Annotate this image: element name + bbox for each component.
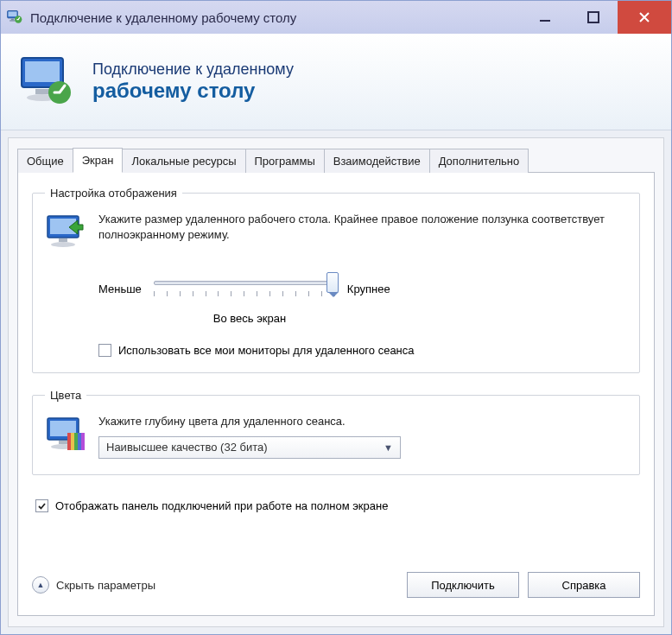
chevron-up-icon: ▲ — [32, 576, 49, 594]
multimonitors-checkbox[interactable] — [98, 344, 111, 357]
display-icon — [45, 212, 86, 253]
tab-general[interactable]: Общие — [17, 149, 73, 173]
multimonitors-label: Использовать все мои мониторы для удален… — [118, 344, 415, 357]
titlebar: Подключение к удаленному рабочему столу — [1, 1, 671, 34]
hide-options-label: Скрыть параметры — [56, 579, 155, 592]
minimize-button[interactable] — [521, 1, 569, 34]
slider-max-label: Крупнее — [347, 283, 390, 295]
window-title: Подключение к удаленному рабочему столу — [30, 10, 521, 25]
svg-rect-2 — [11, 19, 14, 21]
banner-subtitle: Подключение к удаленному — [92, 60, 294, 79]
client-area: Общие Экран Локальные ресурсы Программы … — [8, 137, 664, 627]
connect-button[interactable]: Подключить — [407, 572, 519, 598]
banner-text: Подключение к удаленному рабочему столу — [92, 60, 294, 103]
slider-value-label: Во весь экран — [159, 312, 340, 325]
connection-bar-checkbox[interactable] — [35, 499, 48, 512]
close-button[interactable] — [618, 1, 671, 34]
window-controls — [521, 1, 671, 34]
svg-rect-1 — [9, 11, 17, 16]
slider-min-label: Меньше — [98, 283, 142, 295]
tab-advanced[interactable]: Дополнительно — [429, 149, 529, 173]
colors-description: Укажите глубину цвета для удаленного сеа… — [98, 414, 627, 429]
tab-display[interactable]: Экран — [73, 148, 124, 173]
chevron-down-icon: ▼ — [384, 442, 393, 453]
color-depth-select[interactable]: Наивысшее качество (32 бита) ▼ — [98, 436, 401, 459]
app-icon — [6, 9, 23, 26]
color-depth-value: Наивысшее качество (32 бита) — [106, 441, 268, 454]
slider-ticks — [154, 291, 335, 298]
display-settings-description: Укажите размер удаленного рабочего стола… — [98, 212, 627, 242]
help-button[interactable]: Справка — [528, 572, 640, 598]
svg-rect-9 — [35, 89, 49, 94]
maximize-button[interactable] — [569, 1, 618, 34]
display-settings-group: Настройка отображения Укажите размер уда… — [32, 187, 640, 373]
svg-rect-8 — [25, 61, 60, 82]
svg-rect-24 — [81, 433, 85, 450]
tabs: Общие Экран Локальные ресурсы Программы … — [17, 147, 655, 172]
display-settings-legend: Настройка отображения — [45, 187, 182, 200]
connection-bar-row: Отображать панель подключений при работе… — [35, 499, 640, 512]
svg-rect-20 — [67, 433, 71, 450]
connection-bar-label: Отображать панель подключений при работе… — [55, 499, 388, 512]
hide-options-button[interactable]: ▲ Скрыть параметры — [32, 576, 155, 594]
size-slider-row: Меньше Крупнее — [98, 274, 627, 303]
tab-experience[interactable]: Взаимодействие — [324, 149, 430, 173]
banner-title: рабочему столу — [92, 79, 294, 103]
svg-rect-3 — [10, 20, 16, 21]
banner: Подключение к удаленному рабочему столу — [1, 34, 671, 130]
svg-rect-6 — [588, 12, 599, 22]
colors-legend: Цвета — [45, 389, 86, 402]
svg-rect-5 — [540, 20, 550, 22]
multimonitors-row: Использовать все мои мониторы для удален… — [98, 344, 627, 357]
svg-rect-22 — [74, 433, 78, 450]
buttons-row: ▲ Скрыть параметры Подключить Справка — [32, 548, 640, 598]
tab-local-resources[interactable]: Локальные ресурсы — [122, 149, 245, 173]
slider-track — [154, 281, 335, 285]
svg-rect-18 — [59, 441, 67, 444]
colors-icon — [45, 414, 86, 455]
banner-icon — [16, 51, 79, 113]
svg-point-15 — [51, 242, 75, 247]
colors-group: Цвета — [32, 389, 640, 475]
slider-thumb[interactable] — [326, 272, 339, 293]
tabpanel-display: Настройка отображения Укажите размер уда… — [17, 172, 655, 616]
svg-rect-14 — [59, 238, 67, 242]
svg-rect-21 — [71, 433, 74, 450]
size-slider[interactable] — [154, 274, 335, 303]
svg-rect-23 — [78, 433, 81, 450]
tab-programs[interactable]: Программы — [245, 149, 325, 173]
remote-desktop-window: Подключение к удаленному рабочему столу — [0, 0, 672, 635]
